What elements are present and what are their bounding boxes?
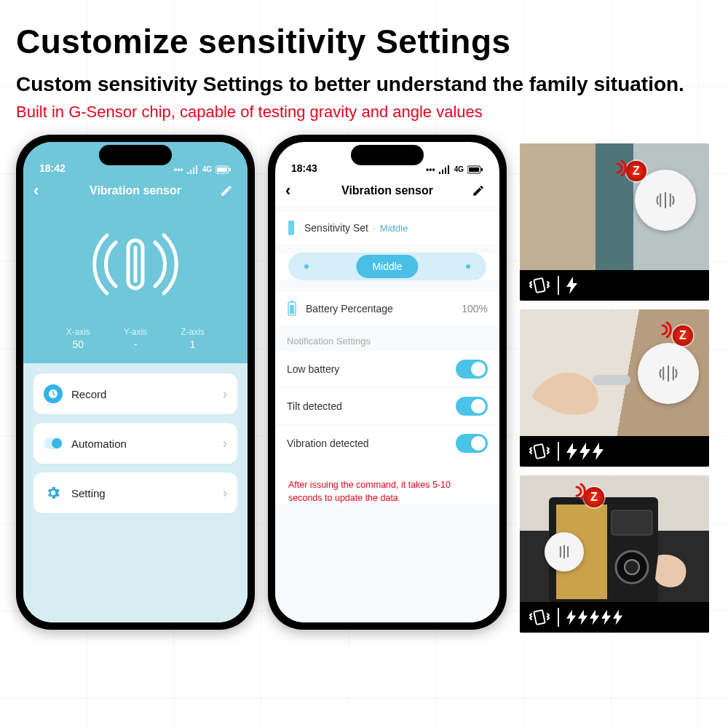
page-accent-line: Built in G-Sensor chip, capable of testi… bbox=[16, 103, 712, 122]
chevron-right-icon: › bbox=[223, 387, 227, 402]
signal-icon bbox=[439, 165, 451, 174]
row-setting-label: Setting bbox=[71, 487, 106, 499]
slider-stop-low bbox=[304, 264, 309, 269]
sensitivity-icon bbox=[288, 221, 294, 235]
bolt-group-3 bbox=[566, 443, 604, 460]
strip-divider bbox=[558, 608, 559, 627]
signal-waves-icon bbox=[645, 315, 674, 344]
bolt-icon bbox=[579, 443, 591, 460]
sensor-puck bbox=[638, 343, 699, 404]
z-axis: Z-axis 1 bbox=[171, 327, 215, 350]
notification-section-header: Notification Settings bbox=[275, 325, 499, 351]
axis-readout: X-axis 50 Y-axis - Z-axis 1 bbox=[23, 323, 248, 363]
tile-safe: Z bbox=[520, 475, 709, 633]
status-icons: ••• 4G bbox=[426, 165, 483, 174]
tilt-toggle[interactable] bbox=[456, 397, 488, 416]
chevron-right-icon: › bbox=[223, 486, 227, 501]
vibration-hero-icon bbox=[23, 206, 248, 323]
sensitivity-slider[interactable]: Middle bbox=[288, 253, 486, 280]
row-automation-label: Automation bbox=[71, 438, 127, 450]
bolt-group-1 bbox=[566, 277, 578, 294]
bolt-icon bbox=[601, 609, 612, 625]
battery-icon bbox=[467, 165, 483, 174]
edit-button[interactable] bbox=[472, 184, 489, 197]
tilt-label: Tilt detected bbox=[287, 400, 342, 412]
battery-label: Battery Percentage bbox=[306, 303, 393, 314]
back-button[interactable]: ‹ bbox=[33, 181, 51, 200]
svg-point-25 bbox=[625, 560, 639, 574]
battery-row: Battery Percentage 100% bbox=[275, 292, 499, 325]
tilt-row[interactable]: Tilt detected bbox=[275, 387, 499, 424]
vibrate-icon bbox=[529, 276, 550, 295]
network-4g: 4G bbox=[202, 166, 212, 173]
back-button[interactable]: ‹ bbox=[285, 181, 303, 200]
app-header: ‹ Vibration sensor bbox=[275, 175, 499, 206]
zigbee-badge: Z bbox=[626, 161, 646, 181]
bolt-icon bbox=[566, 277, 578, 294]
screen-title: Vibration sensor bbox=[90, 184, 181, 197]
svg-rect-23 bbox=[612, 510, 652, 535]
svg-rect-29 bbox=[534, 610, 545, 625]
edit-button[interactable] bbox=[220, 184, 237, 197]
row-setting[interactable]: Setting › bbox=[33, 472, 237, 513]
tile-door-handle: Z bbox=[520, 309, 709, 467]
sensitivity-label: Sensitivity Set bbox=[304, 222, 368, 234]
row-record[interactable]: Record › bbox=[33, 373, 237, 414]
page-title: Customize sensitivity Settings bbox=[16, 22, 712, 61]
clock: 18:42 bbox=[39, 162, 66, 174]
bolt-icon bbox=[578, 609, 588, 625]
vibrate-icon bbox=[529, 608, 550, 627]
row-record-label: Record bbox=[71, 388, 106, 400]
tile-curtain: Z bbox=[520, 143, 709, 301]
clock-icon bbox=[44, 384, 63, 403]
svg-rect-2 bbox=[229, 168, 231, 171]
page-subtitle: Custom sensitivity Settings to better un… bbox=[16, 71, 712, 97]
sensitivity-value: Middle bbox=[380, 223, 408, 234]
zigbee-badge: Z bbox=[673, 325, 693, 346]
slider-knob[interactable]: Middle bbox=[356, 255, 418, 278]
app-header: ‹ Vibration sensor bbox=[23, 175, 248, 206]
vibration-row[interactable]: Vibration detected bbox=[275, 424, 499, 462]
svg-rect-20 bbox=[534, 444, 545, 459]
x-axis: X-axis 50 bbox=[56, 327, 100, 350]
row-automation[interactable]: Automation › bbox=[33, 423, 237, 464]
strip-divider bbox=[558, 276, 559, 295]
slider-stop-high bbox=[466, 264, 470, 269]
phone-mockup-settings: 18:43 ••• 4G ‹ Vibration sensor bbox=[268, 135, 507, 630]
signal-waves-icon bbox=[600, 154, 629, 183]
sensor-puck bbox=[635, 170, 696, 231]
low-battery-toggle[interactable] bbox=[456, 360, 488, 379]
screen-title: Vibration sensor bbox=[341, 184, 433, 197]
battery-icon bbox=[215, 165, 232, 174]
bolt-icon bbox=[613, 609, 623, 625]
svg-rect-8 bbox=[481, 168, 483, 171]
dynamic-island bbox=[99, 145, 172, 165]
vibration-toggle[interactable] bbox=[456, 434, 488, 453]
chevron-right-icon: › bbox=[223, 436, 227, 451]
clock: 18:43 bbox=[291, 162, 317, 174]
svg-rect-15 bbox=[534, 278, 545, 293]
strip-divider bbox=[558, 442, 559, 461]
svg-rect-1 bbox=[217, 167, 227, 172]
y-axis: Y-axis - bbox=[114, 327, 157, 350]
low-battery-label: Low battery bbox=[287, 363, 339, 375]
svg-rect-16 bbox=[593, 375, 630, 385]
battery-icon bbox=[287, 301, 298, 317]
signal-icon bbox=[187, 165, 199, 174]
gear-icon bbox=[44, 483, 63, 502]
dynamic-island bbox=[351, 145, 424, 165]
automation-icon bbox=[44, 434, 63, 453]
svg-rect-10 bbox=[290, 301, 293, 302]
bolt-icon bbox=[593, 443, 604, 460]
network-4g: 4G bbox=[454, 166, 464, 173]
bolt-group-5 bbox=[566, 609, 623, 625]
low-battery-row[interactable]: Low battery bbox=[275, 351, 499, 387]
latency-warning: After issuing the command, it takes 5-10… bbox=[275, 462, 499, 505]
use-case-tiles: Z bbox=[520, 143, 709, 633]
sensitivity-row[interactable]: Sensitivity Set · Middle bbox=[275, 212, 499, 244]
bolt-icon bbox=[566, 609, 577, 625]
battery-value: 100% bbox=[462, 303, 488, 314]
signal-waves-icon bbox=[562, 478, 588, 505]
vibrate-icon bbox=[529, 442, 550, 461]
bolt-icon bbox=[590, 609, 600, 625]
